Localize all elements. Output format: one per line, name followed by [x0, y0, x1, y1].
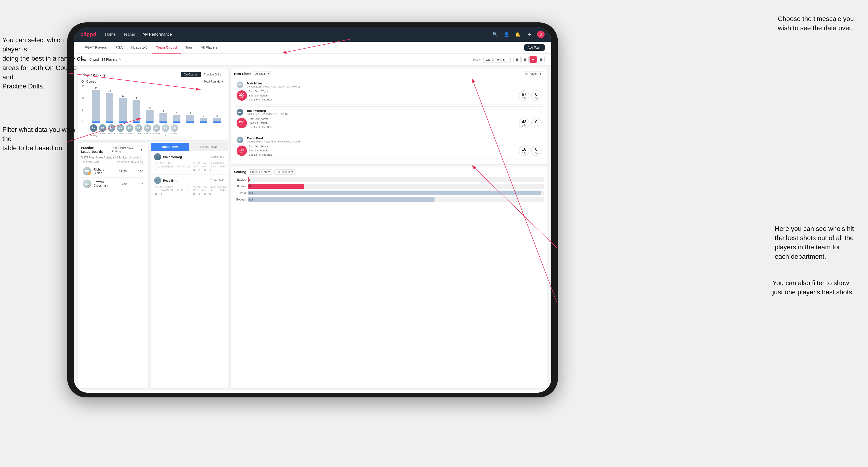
search-icon[interactable]: 🔍 [492, 31, 498, 38]
tab-team-clippd[interactable]: Team Clippd [152, 42, 181, 54]
bell-icon[interactable]: 🔔 [515, 31, 521, 38]
chevron-right-icon-1[interactable]: › [540, 110, 541, 115]
active-practice-acts-0: Total Practice Activities GTT APP ARG PU… [193, 162, 227, 172]
lb-col-avg: PB AVG SQ [129, 161, 143, 164]
time-select[interactable]: Last 3 months Last 6 months Last year [483, 57, 511, 63]
most-active-tab[interactable]: Most Active [151, 143, 189, 151]
shot-player-row-2: DF David Ford 24 Aug 2023 · Royal North … [237, 136, 541, 143]
scoring-par-filter[interactable]: Par 3, 4 & 5s ▼ [248, 169, 272, 175]
bar-group-6: 3 [171, 112, 183, 123]
avatar-bar-6: RB [144, 124, 151, 132]
avatar-bar-7: MM [153, 124, 160, 132]
tab-hcaps[interactable]: Hcaps 1-5 [127, 42, 151, 54]
heart-view-btn[interactable]: ♥ [530, 56, 536, 63]
scoring-value-bogeys: 315 [249, 198, 253, 201]
shot-player-info-1: Blair McHarg 23 Jul 2023 · Ashridge GC, … [247, 109, 287, 115]
shot-item-1: BM Blair McHarg 23 Jul 2023 · Ashridge G… [234, 106, 544, 132]
bar-5 [159, 113, 167, 123]
nav-logo: clippd [81, 31, 96, 37]
shot-avatar-0: MM [237, 81, 243, 88]
avatar-bar-8: EC [161, 124, 169, 132]
grid-view-btn[interactable]: ☷ [514, 56, 521, 63]
practice-toggle[interactable]: Practice Drills [201, 72, 224, 77]
scoring-value-pars: 499 [249, 191, 253, 194]
scoring-label-bogeys: Bogeys [234, 198, 246, 201]
nav-link-home[interactable]: Home [105, 32, 116, 37]
shot-player-info-2: David Ford 24 Aug 2023 · Royal North Dev… [247, 136, 301, 143]
all-players-filter[interactable]: All Players ▼ [523, 71, 544, 76]
nav-right: 🔍 👤 🔔 ✚ U [492, 31, 545, 38]
best-shots-title: Best Shots [234, 72, 251, 76]
bar-7 [186, 115, 194, 123]
bar-highlight-7 [186, 121, 194, 123]
view-icons: ☷ ☷ ♥ ☰ [514, 56, 545, 63]
shot-badge-0: 200 SG [237, 90, 247, 101]
shot-player-row-0: MM Matt Miller 09 Jun 2023 · Royal North… [237, 81, 541, 88]
bar-highlight-1 [106, 121, 113, 123]
scoring-header: Scoring Par 3, 4 & 5s ▼ All Players ▼ [234, 169, 544, 175]
avatar-row: BM RB DF JC EE OB RB MM EC LR [89, 123, 224, 132]
lb-col-headers: PLAYER NAME PB SCORE PB AVG SQ [81, 161, 145, 164]
all-shots-filter[interactable]: All Shots ▼ [253, 71, 272, 76]
activity-toggle-btns: On Course Practice Drills [181, 72, 224, 77]
active-avatar-0: BM [154, 153, 161, 160]
lb-row-0: RB 1 Richard Butler 19/20 110 [81, 165, 145, 178]
main-content: Player Activity On Course Practice Drill… [74, 66, 551, 391]
lb-score-0: 19/20 [113, 169, 127, 173]
time-select-wrapper[interactable]: Last 3 months Last 6 months Last year [483, 57, 511, 63]
annotation-3: Filter what data you wish the table to b… [2, 125, 83, 153]
lb-row-1: EC 2 Edward Crossman 18/20 107 [81, 178, 145, 190]
bar-1 [106, 93, 113, 123]
annotation-4: Here you can see who's hit the best shot… [775, 224, 854, 261]
drill-select[interactable]: PUTT Must Make Putting ... ▼ [110, 146, 145, 154]
active-name-0: Blair McHarg [163, 155, 182, 159]
bar-highlight-2 [119, 121, 127, 123]
most-active-card: Most Active Least Active BM Blair McHarg… [151, 143, 228, 388]
chevron-right-icon-0[interactable]: › [540, 83, 541, 87]
leaderboard-subtitle: PUTT Must Make Putting (3-6 ft), Last 3 … [81, 156, 145, 159]
name-bar-2: D. Ford [108, 132, 115, 136]
lb-badge-0: 1 [88, 172, 91, 176]
on-course-toggle[interactable]: On Course [181, 72, 201, 77]
shot-info-1: Shot Dist: 43 yds Start Lie: Rough End L… [249, 117, 517, 129]
shot-item-0: MM Matt Miller 09 Jun 2023 · Royal North… [234, 79, 544, 104]
scoring-row-bogeys: Bogeys 315 [234, 197, 544, 202]
bar-highlight-6 [173, 121, 181, 123]
on-course-label: On Course [81, 80, 96, 83]
list-view-btn[interactable]: ☰ [537, 56, 545, 63]
edit-icon[interactable]: ✎ [119, 58, 121, 61]
least-active-tab[interactable]: Least Active [189, 143, 228, 151]
tab-all-players[interactable]: All Players [196, 42, 222, 54]
card-view-btn[interactable]: ☷ [522, 56, 529, 63]
active-avatar-1: RB [154, 177, 161, 184]
shot-item-2: DF David Ford 24 Aug 2023 · Royal North … [234, 134, 544, 160]
nav-link-teams[interactable]: Teams [123, 32, 135, 37]
shot-avatar-1: BM [237, 109, 243, 116]
lb-name-1: Edward Crossman [94, 180, 110, 187]
chevron-right-icon-2[interactable]: › [540, 138, 541, 142]
shot-details-row-2: 198 SG Shot Dist: 16 yds Start Lie: Roug… [237, 145, 541, 157]
users-icon[interactable]: 👤 [503, 31, 510, 38]
bar-group-4: 5 [144, 107, 156, 123]
scoring-players-filter[interactable]: All Players ▼ [274, 169, 296, 175]
bar-4 [146, 110, 154, 123]
tab-tour[interactable]: Tour [181, 42, 196, 54]
show-label: Show: [473, 58, 482, 61]
add-team-button[interactable]: Add Team [524, 44, 545, 51]
shot-metric-dist-0: 67 yds [519, 90, 529, 101]
avatar[interactable]: U [537, 31, 545, 38]
active-total-rounds-0: Total Rounds Tournament Practice 7 6 [155, 162, 190, 172]
shot-metric-dist-1: 43 yds [519, 118, 529, 128]
avatar-bar-4: EE [126, 124, 133, 132]
name-bar-8: E. Cross. [161, 132, 169, 136]
nav-link-performance[interactable]: My Performance [143, 32, 172, 37]
active-player-top-1: RB Rees Britt 02 Sep 2023 [154, 177, 224, 184]
plus-circle-icon[interactable]: ✚ [526, 31, 532, 38]
tab-pga[interactable]: PGA [111, 42, 127, 54]
tab-pgat[interactable]: PGAT Players [81, 42, 111, 54]
active-date-1: 02 Sep 2023 [210, 179, 224, 182]
lb-avatar-1: EC 2 [83, 180, 91, 188]
bar-group-0: 13 [90, 87, 102, 123]
bar-0 [92, 90, 100, 123]
total-rounds-dropdown[interactable]: Total Rounds ▼ [204, 80, 224, 83]
